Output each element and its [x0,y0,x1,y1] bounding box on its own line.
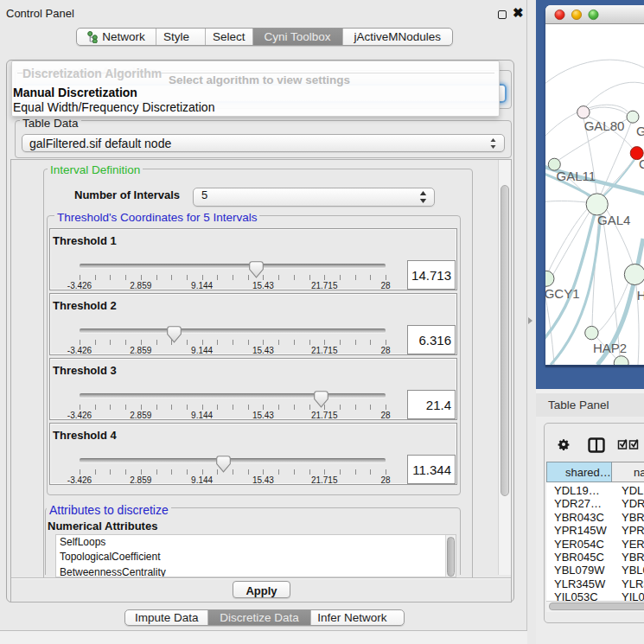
svg-text:GA: GA [636,124,644,138]
svg-text:HAP2: HAP2 [593,341,627,355]
svg-text:GCY1: GCY1 [545,286,580,301]
svg-text:H: H [637,288,644,303]
svg-text:GAL4: GAL4 [597,213,630,227]
svg-text:GAL80: GAL80 [584,118,625,133]
svg-text:GAL11: GAL11 [557,169,596,183]
svg-text:G: G [639,156,644,171]
